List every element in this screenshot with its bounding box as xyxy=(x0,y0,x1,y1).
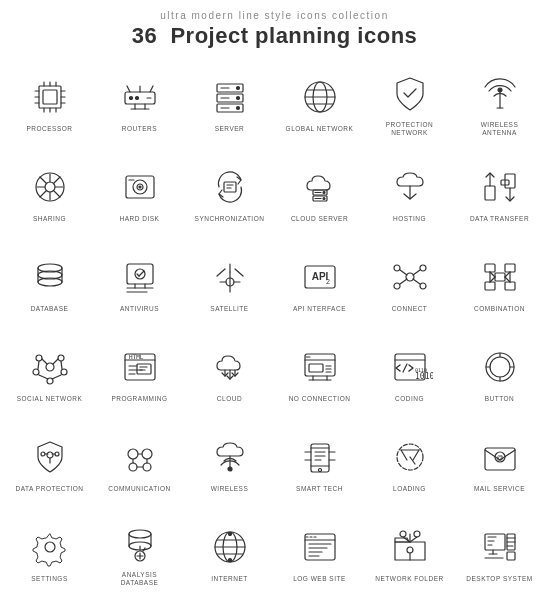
svg-point-18 xyxy=(129,96,132,99)
icon-sharing: SHARING xyxy=(5,147,95,235)
svg-point-223 xyxy=(414,531,420,537)
svg-point-115 xyxy=(58,355,64,361)
svg-point-224 xyxy=(407,547,413,553)
svg-text:1010: 1010 xyxy=(415,372,433,381)
title-text: Project planning icons xyxy=(170,23,417,48)
icon-coding: 1010 0110 CODING xyxy=(365,327,455,415)
svg-point-29 xyxy=(236,106,239,109)
icon-network-folder: NETWORK FOLDER xyxy=(365,507,455,595)
svg-line-120 xyxy=(53,359,58,364)
svg-point-158 xyxy=(47,452,53,458)
icon-social-network: SOCIAL NETWORK xyxy=(5,327,95,415)
svg-point-28 xyxy=(236,96,239,99)
icons-grid: PROCESSOR ROUTERS xyxy=(5,57,545,595)
icon-cloud: CLOUD xyxy=(185,327,275,415)
svg-line-100 xyxy=(400,279,407,284)
icon-hard-disk: HARD DISK xyxy=(95,147,185,235)
title: 36 Project planning icons xyxy=(132,23,418,49)
svg-rect-65 xyxy=(505,174,515,188)
svg-rect-139 xyxy=(309,364,323,372)
svg-point-95 xyxy=(420,265,426,271)
icon-button: BUTTON xyxy=(455,327,545,415)
svg-line-50 xyxy=(40,191,46,197)
icon-wireless: WIRELESS xyxy=(185,417,275,505)
icon-global-network: GLOBAL NETWORK xyxy=(275,57,365,145)
svg-text:@: @ xyxy=(496,454,503,461)
svg-point-117 xyxy=(61,369,67,375)
icon-programming: HTML PROGRAMMING xyxy=(95,327,185,415)
svg-point-194 xyxy=(129,530,151,538)
icon-cloud-server: CLOUD SERVER xyxy=(275,147,365,235)
svg-line-101 xyxy=(413,279,420,284)
svg-line-121 xyxy=(38,361,39,369)
svg-point-153 xyxy=(490,357,510,377)
svg-line-15 xyxy=(127,86,130,92)
icon-loading: LOADING xyxy=(365,417,455,505)
svg-point-39 xyxy=(498,88,502,92)
svg-rect-75 xyxy=(127,264,153,284)
svg-line-123 xyxy=(39,375,48,379)
svg-text:2: 2 xyxy=(326,278,330,285)
svg-rect-106 xyxy=(495,273,505,281)
icon-processor: PROCESSOR xyxy=(5,57,95,145)
icon-server: SERVER xyxy=(185,57,275,145)
icon-log-web-site: LOG WEB SITE xyxy=(275,507,365,595)
svg-point-94 xyxy=(394,265,400,271)
svg-point-193 xyxy=(45,542,55,552)
svg-point-42 xyxy=(45,182,55,192)
icon-antivirus: ANTIVIRUS xyxy=(95,237,185,325)
svg-line-109 xyxy=(490,277,495,282)
svg-point-62 xyxy=(323,197,325,199)
svg-point-27 xyxy=(236,86,239,89)
icon-wireless-antenna: WIRELESS ANTENNA xyxy=(455,57,545,145)
svg-point-165 xyxy=(142,449,152,459)
icon-database: DATABASE xyxy=(5,237,95,325)
icon-data-transfer: DATA TRANSFER xyxy=(455,147,545,235)
svg-line-99 xyxy=(413,270,420,275)
title-number: 36 xyxy=(132,23,157,48)
svg-line-122 xyxy=(61,361,62,369)
svg-rect-1 xyxy=(43,90,57,104)
svg-line-49 xyxy=(54,177,60,183)
icon-communication: COMMUNICATION xyxy=(95,417,185,505)
svg-line-186 xyxy=(401,450,407,460)
svg-rect-131 xyxy=(137,364,151,374)
svg-line-111 xyxy=(490,272,495,277)
svg-point-96 xyxy=(394,283,400,289)
subtitle: ultra modern line style icons collection xyxy=(160,10,388,21)
icon-internet: INTERNET xyxy=(185,507,275,595)
svg-line-110 xyxy=(505,277,510,282)
icon-analysis-database: ANALYSIS DATABASE xyxy=(95,507,185,595)
svg-point-209 xyxy=(228,558,231,561)
svg-point-54 xyxy=(139,186,141,188)
svg-line-202 xyxy=(143,548,145,551)
svg-point-97 xyxy=(420,283,426,289)
svg-rect-66 xyxy=(485,186,495,200)
icon-settings: SETTINGS xyxy=(5,507,95,595)
icon-desktop-system: DESKTOP SYSTEM xyxy=(455,507,545,595)
svg-point-114 xyxy=(36,355,42,361)
svg-line-221 xyxy=(410,537,417,542)
svg-rect-102 xyxy=(485,264,495,272)
icon-data-protection: DATA PROTECTION xyxy=(5,417,95,505)
svg-line-85 xyxy=(235,269,243,276)
svg-rect-103 xyxy=(505,264,515,272)
svg-line-149 xyxy=(403,364,407,372)
svg-point-222 xyxy=(400,531,406,537)
svg-point-19 xyxy=(135,96,138,99)
icon-connect: CONNECT xyxy=(365,237,455,325)
svg-line-78 xyxy=(139,271,144,276)
svg-line-48 xyxy=(54,191,60,197)
svg-text:HTML: HTML xyxy=(129,353,144,360)
svg-point-61 xyxy=(323,191,325,193)
svg-text:0110: 0110 xyxy=(415,367,427,373)
svg-line-112 xyxy=(505,272,510,277)
svg-point-164 xyxy=(128,449,138,459)
svg-point-116 xyxy=(33,369,39,375)
svg-line-17 xyxy=(150,86,153,92)
icon-mail-service: @ MAIL SERVICE xyxy=(455,417,545,505)
svg-rect-0 xyxy=(39,86,61,108)
svg-point-177 xyxy=(318,468,321,471)
svg-point-166 xyxy=(129,463,137,471)
page-container: ultra modern line style icons collection… xyxy=(0,0,549,600)
